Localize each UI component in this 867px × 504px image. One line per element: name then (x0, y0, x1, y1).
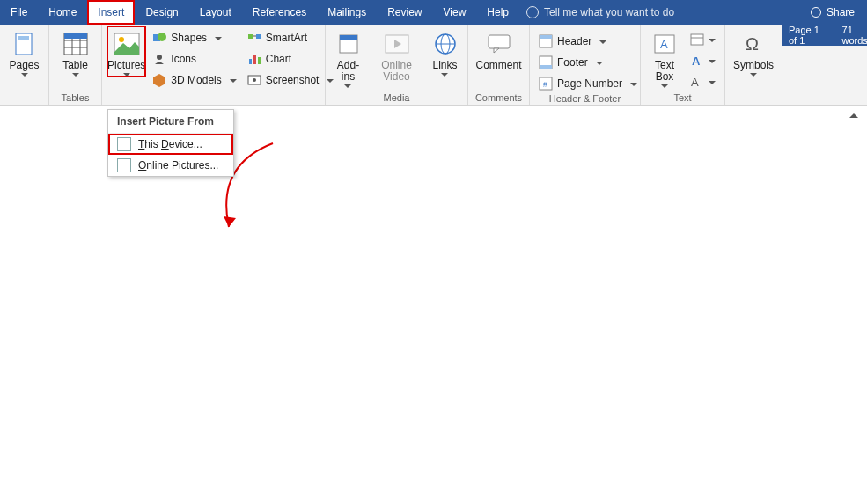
table-button[interactable]: Table (55, 26, 96, 77)
tell-me-text: Tell me what you want to do (544, 6, 674, 18)
chevron-down-icon (596, 62, 603, 65)
group-addins: Add- ins (326, 25, 371, 105)
chevron-down-icon (441, 73, 448, 77)
comment-icon (485, 30, 513, 58)
chevron-down-icon (709, 39, 716, 42)
group-caption-comments: Comments (474, 92, 524, 105)
svg-rect-17 (249, 59, 252, 64)
group-header-footer: Header Footer #Page Number Header & Foot… (530, 25, 641, 105)
pages-button[interactable]: Pages (5, 26, 43, 77)
chart-button[interactable]: Chart (244, 49, 338, 69)
share-icon (811, 7, 821, 18)
group-comments: Comment Comments (468, 25, 530, 105)
group-text: A Text Box A A Text (641, 25, 725, 105)
svg-rect-39 (691, 34, 703, 45)
menu-online-label: Online Pictures... (138, 159, 218, 172)
dropcap-button[interactable]: A (687, 72, 719, 91)
shapes-icon (152, 31, 166, 45)
tab-view[interactable]: View (433, 0, 477, 25)
svg-marker-13 (153, 74, 165, 87)
svg-point-9 (119, 37, 124, 42)
group-caption-tables: Tables (55, 92, 96, 105)
device-icon (117, 137, 131, 151)
menu-this-device[interactable]: This Device... (108, 134, 233, 155)
svg-rect-15 (256, 34, 261, 39)
icons-button[interactable]: Icons (149, 49, 239, 69)
addins-button[interactable]: Add- ins (331, 26, 365, 88)
wordart-button[interactable]: A (687, 51, 719, 70)
lightbulb-icon (526, 6, 539, 18)
page-number-icon: # (539, 77, 553, 91)
svg-text:#: # (543, 80, 547, 89)
svg-rect-14 (248, 34, 253, 39)
textbox-icon: A (650, 30, 679, 58)
group-caption-text: Text (646, 92, 719, 105)
tab-references[interactable]: References (242, 0, 317, 25)
links-button[interactable]: Links (428, 26, 462, 77)
footer-icon (539, 55, 553, 69)
smartart-button[interactable]: SmartArt (244, 28, 338, 47)
chevron-down-icon (750, 73, 757, 77)
chevron-down-icon (344, 84, 351, 88)
collapse-ribbon-button[interactable] (846, 109, 862, 121)
cube-icon (152, 73, 166, 87)
share-label: Share (827, 6, 855, 18)
svg-marker-30 (494, 48, 499, 53)
page-number-button[interactable]: #Page Number (535, 74, 641, 93)
header-button[interactable]: Header (535, 32, 641, 51)
status-words[interactable]: 71 words (842, 25, 867, 46)
status-page[interactable]: Page 1 of 1 (789, 25, 830, 46)
tab-insert[interactable]: Insert (87, 0, 135, 25)
tell-me-search[interactable]: Tell me what you want to do (526, 6, 674, 18)
footer-button[interactable]: Footer (535, 53, 641, 72)
svg-rect-1 (18, 36, 29, 40)
svg-text:A: A (691, 76, 699, 88)
link-icon (431, 30, 459, 58)
ribbon: Pages Table Tables Pictures Shapes Icons… (0, 25, 867, 106)
shapes-button[interactable]: Shapes (149, 28, 239, 47)
menu-this-device-label: This Device... (138, 138, 202, 150)
tab-home[interactable]: Home (38, 0, 87, 25)
dropcap-icon: A (690, 75, 704, 89)
tab-layout[interactable]: Layout (189, 0, 242, 25)
group-links: Links (422, 25, 468, 105)
svg-point-12 (157, 55, 162, 60)
chevron-down-icon (123, 73, 130, 77)
screenshot-button[interactable]: Screenshot (244, 70, 338, 90)
group-media: Online Video Media (371, 25, 422, 105)
addins-icon (334, 30, 363, 58)
chevron-up-icon (849, 113, 858, 118)
comment-button[interactable]: Comment (474, 26, 524, 71)
menu-header: Insert Picture From (108, 110, 233, 134)
tab-design[interactable]: Design (135, 0, 188, 25)
share-button[interactable]: Share (798, 6, 867, 18)
svg-text:Ω: Ω (746, 34, 759, 54)
omega-icon: Ω (739, 30, 768, 58)
insert-picture-menu: Insert Picture From This Device... Onlin… (107, 109, 234, 177)
tab-help[interactable]: Help (476, 0, 519, 25)
online-icon (117, 158, 131, 172)
symbols-button[interactable]: Ω Symbols (731, 26, 776, 77)
svg-text:A: A (660, 38, 668, 51)
textbox-button[interactable]: A Text Box (646, 26, 683, 88)
svg-rect-18 (253, 55, 256, 64)
chevron-down-icon (661, 84, 668, 88)
tab-review[interactable]: Review (377, 0, 432, 25)
group-symbols: Ω Symbols (725, 25, 782, 105)
svg-rect-34 (540, 65, 552, 69)
tab-mailings[interactable]: Mailings (317, 0, 377, 25)
video-icon (383, 30, 411, 58)
menu-online-pictures[interactable]: Online Pictures... (108, 155, 233, 176)
chevron-down-icon (215, 37, 222, 40)
group-pages: Pages (0, 25, 49, 105)
quick-parts-button[interactable] (687, 30, 719, 49)
svg-rect-32 (540, 35, 552, 39)
pictures-button[interactable]: Pictures (107, 26, 145, 77)
pages-icon (11, 30, 39, 58)
wordart-icon: A (690, 54, 704, 68)
online-video-button[interactable]: Online Video (377, 26, 416, 83)
svg-rect-7 (64, 33, 87, 39)
tab-file[interactable]: File (0, 0, 38, 25)
3d-models-button[interactable]: 3D Models (149, 70, 239, 90)
chevron-down-icon (72, 73, 79, 77)
